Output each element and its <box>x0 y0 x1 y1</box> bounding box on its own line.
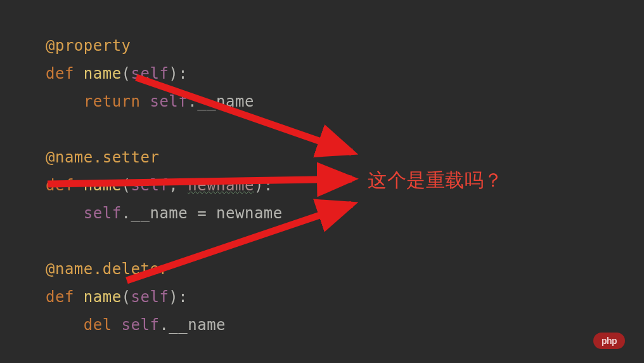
function-name: name <box>84 288 122 306</box>
function-name: name <box>84 65 122 82</box>
comma: , <box>169 176 188 194</box>
paren-close: ): <box>169 65 188 82</box>
blank-line <box>46 116 644 143</box>
assignment: .__name = newname <box>122 204 283 222</box>
paren-open: ( <box>122 65 131 82</box>
paren-close: ): <box>169 288 188 306</box>
blank-line <box>46 227 644 255</box>
keyword-def: def <box>46 288 84 306</box>
code-line: self.__name = newname <box>46 199 644 227</box>
paren-close: ): <box>254 176 273 194</box>
self-param: self <box>131 65 169 82</box>
self-ref: self <box>84 204 122 222</box>
indent <box>46 204 84 222</box>
self-param: self <box>131 176 169 194</box>
keyword-del: del <box>84 316 122 334</box>
code-line: @name.setter <box>46 143 644 171</box>
code-line: @name.deleter <box>46 255 644 283</box>
code-editor: @property def name(self): return self.__… <box>0 0 644 363</box>
attr-access: .__name <box>159 316 226 334</box>
code-line: del self.__name <box>46 311 644 339</box>
indent <box>46 316 84 334</box>
indent <box>46 93 84 110</box>
self-ref: self <box>122 316 160 334</box>
keyword-return: return <box>84 93 150 110</box>
code-line: def name(self, newname): <box>46 171 644 199</box>
code-line: def name(self): <box>46 60 644 88</box>
paren-open: ( <box>122 176 131 194</box>
keyword-def: def <box>46 65 84 82</box>
logo-text: php <box>602 336 617 346</box>
function-name: name <box>84 176 122 194</box>
self-param: self <box>131 288 169 306</box>
self-ref: self <box>150 93 188 110</box>
decorator: @property <box>46 37 131 55</box>
annotation-label: 这个是重载吗？ <box>368 168 503 194</box>
php-logo: php <box>593 333 625 349</box>
code-line: @property <box>46 32 644 60</box>
paren-open: ( <box>122 288 131 306</box>
param-newname: newname <box>188 176 254 194</box>
decorator: @name.deleter <box>46 260 169 278</box>
code-line: def name(self): <box>46 283 644 311</box>
attr-access: .__name <box>188 93 254 110</box>
keyword-def: def <box>46 176 84 194</box>
code-line: return self.__name <box>46 88 644 116</box>
decorator: @name.setter <box>46 148 159 166</box>
